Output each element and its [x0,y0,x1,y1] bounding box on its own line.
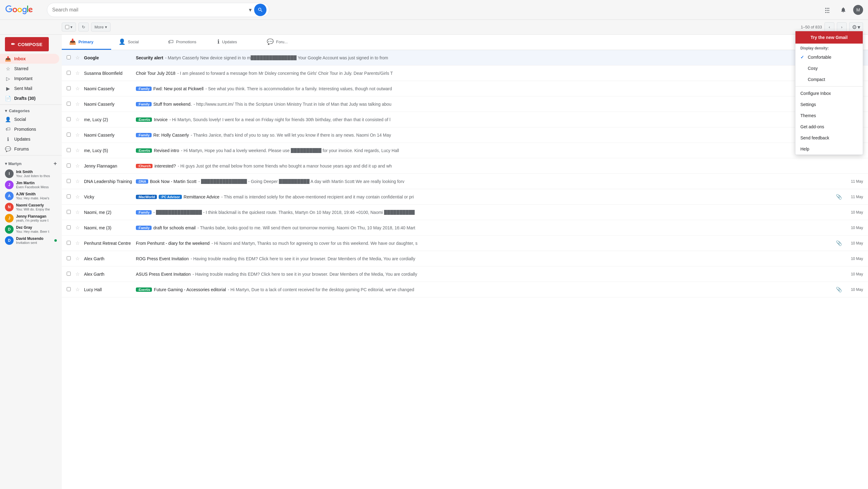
search-button[interactable] [254,4,267,16]
email-row-6[interactable]: ☆ Naomi Casserly :Family Re: Holly Casse… [62,127,868,143]
refresh-button[interactable]: ↻ [79,23,89,31]
more-button[interactable]: More ▾ [91,23,111,31]
menu-item-themes[interactable]: Themes [796,110,863,121]
email-star[interactable]: ☆ [75,240,82,246]
email-checkbox[interactable] [67,55,73,60]
email-select-checkbox[interactable] [67,148,71,152]
density-option-compact[interactable]: Compact [796,74,863,85]
email-star[interactable]: ☆ [75,256,82,261]
email-star[interactable]: ☆ [75,209,82,215]
person-item-david[interactable]: D David Musendo Invitation sent [0,235,62,246]
apps-button[interactable] [821,4,833,16]
email-checkbox[interactable] [67,133,73,138]
settings-button[interactable]: ⚙ ▾ [849,22,863,32]
email-star[interactable]: ☆ [75,178,82,184]
email-star[interactable]: ☆ [75,287,82,292]
email-select-checkbox[interactable] [67,225,71,229]
tab-promotions[interactable]: 🏷 Promotions [161,35,210,50]
notifications-button[interactable] [837,4,849,16]
select-dropdown-arrow[interactable]: ▾ [70,25,72,29]
email-select-checkbox[interactable] [67,117,71,121]
person-item-ink[interactable]: I Ink Smith You: Just listen to thos [0,168,62,179]
email-checkbox[interactable] [67,256,73,261]
menu-item-get-add-ons[interactable]: Get add-ons [796,121,863,132]
tab-social[interactable]: 👤 Social [111,35,161,50]
person-item-dez[interactable]: D Dez Gray You: Hey mate. Beer t [0,224,62,235]
next-page-button[interactable]: › [837,22,847,32]
tab-forums[interactable]: 💬 Foru... [259,35,309,50]
email-checkbox[interactable] [67,241,73,246]
email-star[interactable]: ☆ [75,194,82,200]
tab-primary[interactable]: 📥 Primary [62,35,111,50]
categories-section[interactable]: ▾ Categories [0,106,62,114]
density-option-comfortable[interactable]: ✓ Comfortable [796,52,863,63]
people-header[interactable]: ▾ Martyn + [0,159,62,168]
email-star[interactable]: ☆ [75,132,82,138]
person-item-jenny[interactable]: J Jenny Flannagan yeah, i'm pretty sure … [0,213,62,224]
email-select-checkbox[interactable] [67,241,71,245]
email-select-checkbox[interactable] [67,195,71,198]
email-select-checkbox[interactable] [67,102,71,106]
sidebar-item-sent[interactable]: ▶ Sent Mail [0,83,59,93]
email-star[interactable]: ☆ [75,163,82,169]
email-checkbox[interactable] [67,272,73,277]
email-select-checkbox[interactable] [67,133,71,137]
email-row-10[interactable]: ☆ Vicky :MacWorld:PC Advisor Remittance … [62,189,868,205]
email-star[interactable]: ☆ [75,271,82,277]
email-row-12[interactable]: ☆ Naomi, me (3) :Family draft for school… [62,220,868,235]
sidebar-item-promotions[interactable]: 🏷 Promotions [0,124,59,134]
sidebar-item-drafts[interactable]: 📄 Drafts (30) [0,93,59,103]
prev-page-button[interactable]: ‹ [825,22,834,32]
email-checkbox[interactable] [67,195,73,199]
email-checkbox[interactable] [67,179,73,184]
email-select-checkbox[interactable] [67,179,71,183]
email-checkbox[interactable] [67,225,73,230]
select-all-checkbox[interactable] [65,25,69,29]
sidebar-item-social[interactable]: 👤 Social [0,114,59,124]
add-person-button[interactable]: + [54,161,57,167]
email-star[interactable]: ☆ [75,86,82,91]
email-row-8[interactable]: ☆ Jenny Flannagan :Church interested? - … [62,158,868,174]
sidebar-item-forums[interactable]: 💬 Forums [0,144,59,154]
email-row-7[interactable]: ☆ me, Lucy (5) :Exertis Revised intro - … [62,143,868,158]
email-select-checkbox[interactable] [67,210,71,214]
email-select-checkbox[interactable] [67,256,71,260]
email-row-15[interactable]: ☆ Alex Garth ASUS Press Event Invitation… [62,266,868,282]
email-row-11[interactable]: ☆ Naomi, me (2) :Family - ██████████████… [62,205,868,220]
email-checkbox[interactable] [67,102,73,107]
compose-button[interactable]: ✏ COMPOSE [5,37,49,51]
email-select-checkbox[interactable] [67,55,71,59]
email-checkbox[interactable] [67,164,73,169]
email-star[interactable]: ☆ [75,101,82,107]
email-row-14[interactable]: ☆ Alex Garth ROG Press Event Invitation … [62,251,868,266]
menu-item-help[interactable]: Help [796,143,863,154]
email-star[interactable]: ☆ [75,55,82,61]
email-checkbox[interactable] [67,71,73,76]
menu-item-configure-inbox[interactable]: Configure Inbox [796,88,863,99]
email-checkbox[interactable] [67,86,73,91]
person-item-naomi[interactable]: N Naomi Casserly You: Will do. Enjoy the [0,202,62,213]
search-dropdown-icon[interactable]: ▾ [246,6,254,13]
email-star[interactable]: ☆ [75,147,82,153]
menu-item-settings[interactable]: Settings [796,99,863,110]
density-option-cosy[interactable]: Cosy [796,63,863,74]
email-select-checkbox[interactable] [67,71,71,75]
sidebar-item-starred[interactable]: ☆ Starred [0,64,59,74]
select-checkbox-btn[interactable]: ▾ [62,23,76,31]
email-select-checkbox[interactable] [67,86,71,90]
email-select-checkbox[interactable] [67,272,71,276]
tab-updates[interactable]: ℹ Updates [210,35,259,50]
try-new-gmail-button[interactable]: Try the new Gmail [796,31,863,44]
search-input[interactable] [50,7,246,13]
email-checkbox[interactable] [67,117,73,122]
email-star[interactable]: ☆ [75,70,82,76]
email-row-16[interactable]: ☆ Lucy Hall :Exertis Future Gaming - Acc… [62,282,868,297]
email-row-4[interactable]: ☆ Naomi Casserly :Family Stuff from week… [62,96,868,112]
email-row-5[interactable]: ☆ me, Lucy (2) :Exertis Invoice - Hi Mar… [62,112,868,127]
email-row-9[interactable]: ☆ DNA Leadership Training :DNA Book Now … [62,174,868,189]
sidebar-item-inbox[interactable]: 📥 Inbox [0,54,59,64]
email-row-3[interactable]: ☆ Naomi Casserly :Family Fwd: New post a… [62,81,868,96]
email-star[interactable]: ☆ [75,117,82,122]
sidebar-item-important[interactable]: ▷ Important [0,74,59,83]
email-checkbox[interactable] [67,287,73,292]
